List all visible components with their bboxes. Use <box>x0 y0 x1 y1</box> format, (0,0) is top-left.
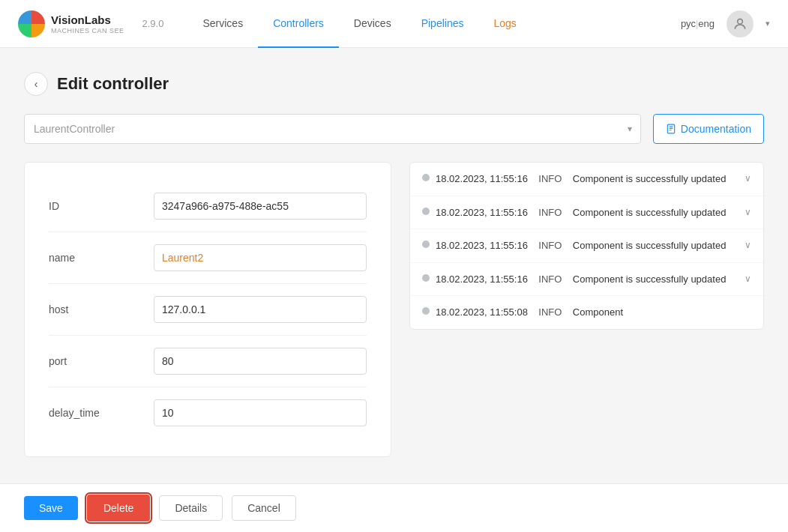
field-input-delay-time[interactable] <box>154 399 367 426</box>
log-message: Component is successfully updated <box>573 273 727 285</box>
field-input-id[interactable] <box>154 193 367 220</box>
logo-text: VisionLabs MACHINES CAN SEE <box>51 13 124 34</box>
lang-en[interactable]: eng <box>698 18 715 29</box>
log-level: INFO <box>538 240 562 251</box>
log-message: Component is successfully updated <box>573 240 727 251</box>
version-label: 2.9.0 <box>142 18 164 29</box>
logo: VisionLabs MACHINES CAN SEE <box>18 10 124 37</box>
log-level: INFO <box>538 207 562 218</box>
log-expand-icon[interactable]: ∨ <box>739 207 751 217</box>
log-entry[interactable]: 18.02.2023, 11:55:16 INFO Component is s… <box>410 163 763 196</box>
form-row-id: ID <box>49 181 367 232</box>
details-button[interactable]: Details <box>159 495 223 521</box>
brand-tagline: MACHINES CAN SEE <box>51 27 124 34</box>
logo-icon <box>18 10 45 37</box>
back-button[interactable]: ‹ <box>24 72 48 96</box>
log-level: INFO <box>538 306 562 318</box>
log-timestamp: 18.02.2023, 11:55:16 <box>436 240 528 251</box>
lang-ru[interactable]: рус <box>681 18 696 29</box>
action-bar: Save Delete Details Cancel <box>0 483 788 532</box>
main-content: ‹ Edit controller LaurentController ▾ Do… <box>0 48 788 532</box>
doc-icon <box>666 124 676 134</box>
log-timestamp: 18.02.2023, 11:55:08 <box>436 306 528 318</box>
form-row-host: host <box>49 284 367 336</box>
log-dot <box>422 174 430 181</box>
log-panel: 18.02.2023, 11:55:16 INFO Component is s… <box>409 162 764 330</box>
log-message: Component is successfully updated <box>573 207 727 218</box>
log-entry[interactable]: 18.02.2023, 11:55:16 INFO Component is s… <box>410 196 763 230</box>
main-nav: Services Controllers Devices Pipelines L… <box>187 0 681 48</box>
field-input-port[interactable] <box>154 348 367 375</box>
field-input-name[interactable] <box>154 244 367 271</box>
log-entry[interactable]: 18.02.2023, 11:55:08 INFO Component <box>410 296 763 329</box>
field-label-id: ID <box>49 200 154 212</box>
log-message: Component <box>573 306 623 318</box>
nav-controllers[interactable]: Controllers <box>258 0 339 48</box>
log-entry[interactable]: 18.02.2023, 11:55:16 INFO Component is s… <box>410 229 763 263</box>
delete-button[interactable]: Delete <box>87 495 150 522</box>
log-expand-icon[interactable]: ∨ <box>739 240 751 250</box>
log-dot <box>422 307 430 315</box>
doc-button-label: Documentation <box>681 123 751 135</box>
page-header: ‹ Edit controller <box>24 72 764 96</box>
form-row-delay-time: delay_time <box>49 387 367 438</box>
log-dot <box>422 208 430 215</box>
log-entry[interactable]: 18.02.2023, 11:55:16 INFO Component is s… <box>410 263 763 297</box>
log-text: 18.02.2023, 11:55:08 INFO Component <box>436 305 751 320</box>
log-text: 18.02.2023, 11:55:16 INFO Component is s… <box>436 272 733 287</box>
log-timestamp: 18.02.2023, 11:55:16 <box>436 273 528 285</box>
controller-select-row: LaurentController ▾ Documentation <box>24 114 764 144</box>
form-row-port: port <box>49 336 367 387</box>
field-label-host: host <box>49 303 154 315</box>
controller-select-wrapper: LaurentController ▾ <box>24 114 641 144</box>
field-label-port: port <box>49 355 154 367</box>
form-row-name: name <box>49 232 367 284</box>
log-expand-icon[interactable]: ∨ <box>739 273 751 284</box>
field-input-host[interactable] <box>154 296 367 323</box>
log-expand-icon[interactable]: ∨ <box>739 173 751 184</box>
nav-pipelines[interactable]: Pipelines <box>406 0 479 48</box>
log-level: INFO <box>538 273 562 285</box>
log-timestamp: 18.02.2023, 11:55:16 <box>436 207 528 218</box>
app-header: VisionLabs MACHINES CAN SEE 2.9.0 Servic… <box>0 0 788 48</box>
avatar-chevron-icon: ▾ <box>766 19 770 28</box>
log-level: INFO <box>538 173 562 184</box>
save-button[interactable]: Save <box>24 496 78 520</box>
lang-switcher[interactable]: рус|eng <box>681 18 715 29</box>
form-card: ID name host port delay_time <box>24 162 391 457</box>
log-timestamp: 18.02.2023, 11:55:16 <box>436 173 528 184</box>
nav-devices[interactable]: Devices <box>339 0 406 48</box>
nav-services[interactable]: Services <box>187 0 258 48</box>
log-dot <box>422 241 430 248</box>
brand-name: VisionLabs <box>51 13 124 27</box>
two-column-layout: ID name host port delay_time <box>24 162 764 457</box>
log-text: 18.02.2023, 11:55:16 INFO Component is s… <box>436 238 733 253</box>
page-title: Edit controller <box>57 74 169 94</box>
log-dot <box>422 274 430 282</box>
header-right: рус|eng ▾ <box>681 10 770 37</box>
nav-logs[interactable]: Logs <box>478 0 531 48</box>
log-text: 18.02.2023, 11:55:16 INFO Component is s… <box>436 172 733 187</box>
field-label-name: name <box>49 252 154 264</box>
svg-point-0 <box>738 19 743 24</box>
field-label-delay-time: delay_time <box>49 407 154 419</box>
user-avatar-button[interactable] <box>727 10 754 37</box>
log-text: 18.02.2023, 11:55:16 INFO Component is s… <box>436 205 733 220</box>
cancel-button[interactable]: Cancel <box>232 495 296 521</box>
log-message: Component is successfully updated <box>573 173 727 184</box>
documentation-button[interactable]: Documentation <box>653 114 764 144</box>
controller-select[interactable]: LaurentController <box>24 114 641 144</box>
